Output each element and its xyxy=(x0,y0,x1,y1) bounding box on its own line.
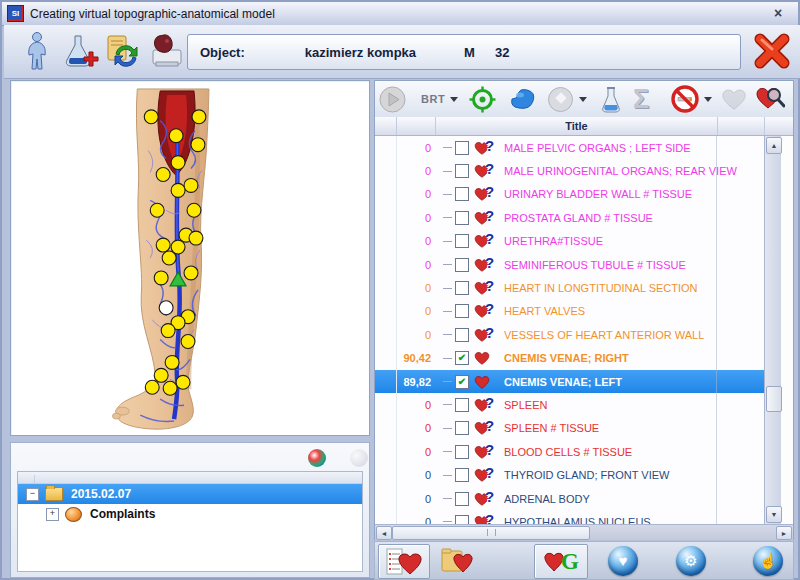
table-row[interactable]: 89,82✔CNEMIS VENAE; LEFT xyxy=(375,370,764,393)
row-gutter xyxy=(375,370,397,393)
row-checkbox[interactable] xyxy=(455,211,469,225)
marker-point-yellow[interactable] xyxy=(150,203,164,217)
sum-button[interactable]: Σ xyxy=(633,84,649,114)
exit-button[interactable] xyxy=(752,29,792,73)
marker-point-yellow[interactable] xyxy=(165,355,179,369)
organ-search-button[interactable] xyxy=(755,84,785,114)
marker-point-yellow[interactable] xyxy=(187,203,201,217)
row-checkbox[interactable] xyxy=(455,445,469,459)
table-row[interactable]: 0?THYROID GLAND; FRONT VIEW xyxy=(375,463,764,486)
marker-point-yellow[interactable] xyxy=(161,324,175,338)
row-checkbox[interactable] xyxy=(455,468,469,482)
marker-point-yellow[interactable] xyxy=(169,129,183,143)
row-checkbox[interactable] xyxy=(455,398,469,412)
favorites-orb-button[interactable]: ♥ xyxy=(608,544,638,577)
tree-connector xyxy=(443,288,452,289)
table-row[interactable]: 0?MALE PELVIC ORGANS ; LEFT SIDE xyxy=(375,136,764,159)
window-close-icon[interactable]: × xyxy=(768,4,788,22)
model-view-panel[interactable] xyxy=(10,80,370,436)
sphere-dropdown[interactable] xyxy=(547,84,587,114)
table-row[interactable]: 90,42✔CNEMIS VENAE; RIGHT xyxy=(375,347,764,370)
header-end-col xyxy=(765,117,793,135)
table-row[interactable]: 0?URINARY BLADDER WALL # TISSUE xyxy=(375,183,764,206)
marker-point-yellow[interactable] xyxy=(184,178,198,192)
organ-folder-button[interactable] xyxy=(438,544,478,577)
table-row[interactable]: 0?BLOOD CELLS # TISSUE xyxy=(375,440,764,463)
row-checkbox[interactable] xyxy=(455,281,469,295)
row-checkbox[interactable] xyxy=(455,187,469,201)
table-row[interactable]: 0?MALE URINOGENITAL ORGANS; REAR VIEW xyxy=(375,159,764,182)
organ-g-button[interactable]: G xyxy=(534,544,588,579)
marker-point-yellow[interactable] xyxy=(176,375,190,389)
collapse-icon[interactable]: − xyxy=(26,488,39,501)
test-flask-button[interactable] xyxy=(601,84,621,114)
marker-point-white[interactable] xyxy=(159,301,173,315)
organ-scan-button[interactable] xyxy=(144,30,186,72)
expand-icon[interactable]: + xyxy=(46,508,59,521)
row-label: HYPOTHALAMUS NUCLEUS xyxy=(504,516,651,524)
row-value: 0 xyxy=(397,259,437,271)
marker-point-yellow[interactable] xyxy=(156,168,170,182)
table-row[interactable]: 0?HEART VALVES xyxy=(375,300,764,323)
marker-point-yellow[interactable] xyxy=(171,183,185,197)
horizontal-scrollbar[interactable]: ◄ ► xyxy=(375,524,793,540)
row-checkbox[interactable]: ✔ xyxy=(455,375,469,389)
scroll-right-icon[interactable]: ► xyxy=(776,526,792,540)
table-row[interactable]: 0?SPLEEN xyxy=(375,393,764,416)
marker-point-yellow[interactable] xyxy=(189,231,203,245)
marker-point-yellow[interactable] xyxy=(145,380,159,394)
select-orb-button[interactable]: ☝ xyxy=(753,544,783,577)
row-checkbox[interactable] xyxy=(455,164,469,178)
table-row[interactable]: 0?SEMINIFEROUS TUBULE # TISSUE xyxy=(375,253,764,276)
marker-point-yellow[interactable] xyxy=(192,110,206,124)
organ-list-button[interactable] xyxy=(378,544,430,579)
row-checkbox[interactable] xyxy=(455,258,469,272)
vertical-scrollbar[interactable]: ▲ ▼ xyxy=(764,136,781,524)
vertical-scroll-thumb[interactable] xyxy=(766,386,782,412)
marker-point-yellow[interactable] xyxy=(184,266,198,280)
row-checkbox[interactable] xyxy=(455,328,469,342)
row-checkbox[interactable] xyxy=(455,141,469,155)
add-analysis-button[interactable] xyxy=(59,30,101,72)
target-button[interactable] xyxy=(469,84,496,114)
marker-point-yellow[interactable] xyxy=(163,381,177,395)
app-window: SI Creating virtual topographic-anatomic… xyxy=(0,0,800,580)
anatomy-model-button[interactable] xyxy=(16,30,58,72)
play-button[interactable] xyxy=(379,84,406,114)
row-checkbox[interactable] xyxy=(455,234,469,248)
marker-point-yellow[interactable] xyxy=(156,238,170,252)
brt-dropdown[interactable]: BRT xyxy=(421,84,458,114)
row-checkbox[interactable] xyxy=(455,421,469,435)
refresh-data-button[interactable] xyxy=(102,30,144,72)
table-row[interactable]: 0?PROSTATA GLAND # TISSUE xyxy=(375,206,764,229)
blue-marker-button[interactable] xyxy=(509,84,537,114)
horizontal-scroll-thumb[interactable] xyxy=(392,526,590,540)
row-checkbox[interactable]: ✔ xyxy=(455,351,469,365)
scroll-up-icon[interactable]: ▲ xyxy=(766,137,782,154)
no-smoking-dropdown[interactable] xyxy=(671,84,712,114)
marker-point-yellow[interactable] xyxy=(191,138,205,152)
tree-item-complaints[interactable]: + Complaints xyxy=(18,504,362,524)
organ-icon: ? xyxy=(474,303,498,319)
tree-item-date[interactable]: − 2015.02.07 xyxy=(18,484,362,504)
row-checkbox[interactable] xyxy=(455,304,469,318)
marker-point-yellow[interactable] xyxy=(171,156,185,170)
marker-point-yellow[interactable] xyxy=(181,335,195,349)
settings-orb-button[interactable]: ⚙ xyxy=(676,544,706,577)
marker-point-yellow[interactable] xyxy=(154,271,168,285)
table-row[interactable]: 0?URETHRA#TISSUE xyxy=(375,230,764,253)
table-row[interactable]: 0?SPLEEN # TISSUE xyxy=(375,417,764,440)
row-checkbox[interactable] xyxy=(455,492,469,506)
table-row[interactable]: 0?HEART IN LONGTITUDINAL SECTION xyxy=(375,276,764,299)
row-checkbox[interactable] xyxy=(455,515,469,524)
globe-icon[interactable] xyxy=(308,449,326,467)
marker-point-yellow[interactable] xyxy=(144,110,158,124)
table-row[interactable]: 0?HYPOTHALAMUS NUCLEUS xyxy=(375,510,764,524)
scroll-left-icon[interactable]: ◄ xyxy=(376,526,392,540)
marker-point-yellow[interactable] xyxy=(154,368,168,382)
marker-point-yellow[interactable] xyxy=(162,251,176,265)
table-row[interactable]: 0?VESSELS OF HEART ANTERIOR WALL xyxy=(375,323,764,346)
table-row[interactable]: 0?ADRENAL BODY xyxy=(375,487,764,510)
scroll-down-icon[interactable]: ▼ xyxy=(766,506,782,523)
header-title-col[interactable]: Title xyxy=(436,117,718,135)
